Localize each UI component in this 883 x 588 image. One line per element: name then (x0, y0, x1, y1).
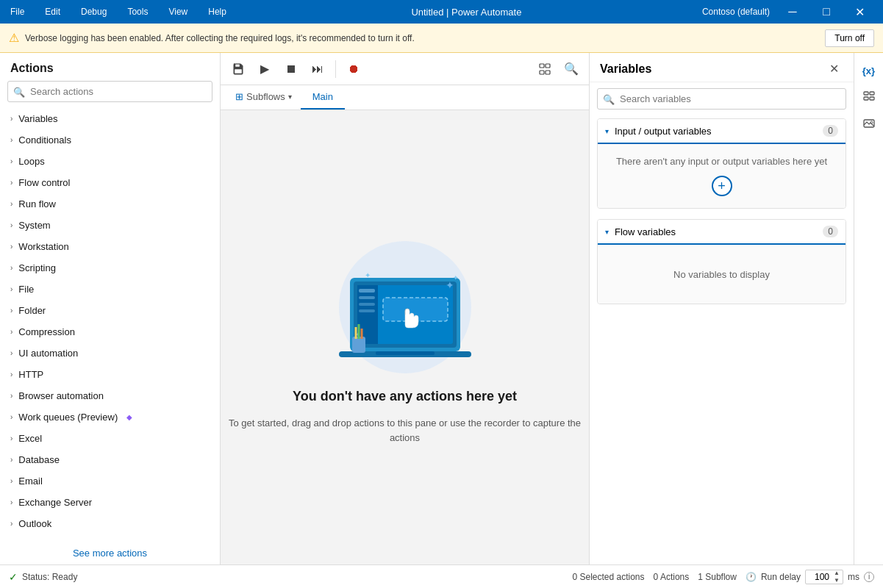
input-output-section-header[interactable]: ▾ Input / output variables 0 (598, 119, 846, 144)
canvas-area: ▶ ⏹ ⏭ ⏺ 🔍 ⊞ Subflows ▾ Main (221, 53, 589, 564)
action-item-work-queues[interactable]: › Work queues (Preview) ◆ (0, 406, 220, 428)
title-file[interactable]: File (6, 4, 29, 20)
title-help[interactable]: Help (204, 4, 231, 20)
action-item-variables[interactable]: › Variables (0, 108, 220, 129)
variables-side-icon[interactable]: {x} (857, 59, 881, 82)
action-item-http[interactable]: › HTTP (0, 364, 220, 385)
flow-variables-section-header[interactable]: ▾ Flow variables 0 (598, 220, 846, 245)
ui-elements-side-icon[interactable] (857, 85, 881, 109)
canvas-empty-desc: To get started, drag and drop actions to… (221, 416, 589, 445)
action-item-ui-automation[interactable]: › UI automation (0, 343, 220, 364)
turn-off-button[interactable]: Turn off (825, 29, 874, 47)
title-debug[interactable]: Debug (76, 4, 111, 20)
input-output-empty-text: There aren't any input or output variabl… (616, 156, 827, 167)
action-item-workstation[interactable]: › Workstation (0, 236, 220, 257)
maximize-button[interactable]: □ (809, 0, 843, 24)
svg-rect-5 (546, 64, 550, 68)
chevron-icon: › (10, 157, 12, 165)
svg-text:✦: ✦ (365, 271, 371, 279)
input-output-variables-section: ▾ Input / output variables 0 There aren'… (597, 118, 846, 209)
subflows-chevron-icon: ▾ (288, 93, 292, 101)
warning-message: ⚠ Verbose logging has been enabled. Afte… (9, 31, 415, 45)
chevron-icon: › (10, 243, 12, 251)
title-view[interactable]: View (164, 4, 192, 20)
subflows-tab[interactable]: ⊞ Subflows ▾ (226, 85, 301, 110)
delay-decrement-button[interactable]: ▼ (832, 577, 842, 584)
input-output-count: 0 (823, 125, 838, 137)
svg-point-33 (871, 121, 873, 123)
minimize-button[interactable]: ─ (776, 0, 809, 24)
chevron-icon: › (10, 520, 12, 528)
premium-icon: ◆ (126, 413, 132, 421)
run-delay-info-icon[interactable]: i (864, 572, 874, 582)
action-item-run-flow[interactable]: › Run flow (0, 193, 220, 215)
svg-rect-30 (864, 97, 868, 100)
actions-count: 0 Actions (654, 572, 690, 582)
svg-rect-24 (352, 337, 365, 353)
title-tools[interactable]: Tools (123, 4, 152, 20)
svg-rect-1 (235, 69, 242, 74)
svg-rect-13 (359, 289, 375, 293)
input-output-section-title: Input / output variables (615, 126, 817, 137)
flow-variables-section-body: No variables to display (598, 245, 846, 304)
action-item-database[interactable]: › Database (0, 449, 220, 470)
variables-search-box: 🔍 (597, 88, 846, 110)
action-item-conditionals[interactable]: › Conditionals (0, 129, 220, 151)
svg-rect-31 (870, 97, 874, 100)
variables-close-button[interactable]: ✕ (825, 60, 843, 77)
action-item-email[interactable]: › Email (0, 470, 220, 492)
action-item-scripting[interactable]: › Scripting (0, 257, 220, 279)
run-delay-group: 🕐 Run delay ▲ ▼ ms i (746, 570, 874, 584)
add-variable-button[interactable]: + (712, 176, 732, 196)
toolbar-separator (335, 60, 336, 78)
variables-title: Variables (600, 62, 651, 76)
flow-variables-section: ▾ Flow variables 0 No variables to displ… (597, 219, 846, 304)
chevron-icon: › (10, 413, 12, 421)
section-collapse-icon: ▾ (605, 127, 609, 135)
action-item-exchange[interactable]: › Exchange Server (0, 492, 220, 513)
see-more-link[interactable]: See more actions (0, 542, 220, 564)
run-button[interactable]: ▶ (253, 57, 276, 81)
subflows-icon: ⊞ (235, 91, 243, 102)
action-item-system[interactable]: › System (0, 215, 220, 236)
action-item-outlook[interactable]: › Outlook (0, 513, 220, 534)
chevron-icon: › (10, 285, 12, 293)
close-button[interactable]: ✕ (843, 0, 877, 24)
clock-icon: 🕐 (746, 572, 757, 582)
search-canvas-button[interactable]: 🔍 (560, 57, 583, 81)
actions-list: › Variables › Conditionals › Loops › Flo… (0, 108, 220, 542)
action-item-flow-control[interactable]: › Flow control (0, 172, 220, 193)
save-button[interactable] (226, 57, 250, 81)
section-collapse-icon: ▾ (605, 228, 609, 236)
delay-increment-button[interactable]: ▲ (832, 570, 842, 577)
action-item-loops[interactable]: › Loops (0, 151, 220, 172)
stop-button[interactable]: ⏹ (279, 57, 303, 81)
main-tab[interactable]: Main (301, 85, 345, 110)
chevron-icon: › (10, 221, 12, 229)
title-edit[interactable]: Edit (40, 4, 65, 20)
action-item-excel[interactable]: › Excel (0, 428, 220, 449)
actions-search-input[interactable] (7, 81, 212, 102)
action-item-file[interactable]: › File (0, 279, 220, 300)
record-button[interactable]: ⏺ (342, 57, 365, 81)
action-item-message-boxes[interactable]: › Message boxes (0, 534, 220, 542)
warning-icon: ⚠ (9, 31, 19, 45)
chevron-icon: › (10, 349, 12, 357)
action-item-compression[interactable]: › Compression (0, 321, 220, 343)
svg-text:✦: ✦ (453, 274, 459, 282)
subflows-label: Subflows (246, 91, 285, 102)
svg-rect-7 (546, 71, 550, 74)
variables-header: Variables ✕ (590, 53, 854, 82)
main-layout: Actions 🔍 › Variables › Conditionals › L… (0, 53, 883, 564)
canvas-empty-title: You don't have any actions here yet (293, 389, 517, 404)
window-title: Untitled | Power Automate (411, 7, 521, 18)
images-side-icon[interactable] (857, 112, 881, 135)
variables-search-input[interactable] (597, 88, 846, 110)
status-ready-icon: ✓ (9, 571, 18, 583)
run-delay-unit: ms (848, 572, 859, 582)
action-item-browser-automation[interactable]: › Browser automation (0, 385, 220, 406)
flow-view-button[interactable] (533, 57, 557, 81)
action-item-folder[interactable]: › Folder (0, 300, 220, 321)
next-step-button[interactable]: ⏭ (306, 57, 329, 81)
svg-rect-29 (870, 92, 874, 95)
